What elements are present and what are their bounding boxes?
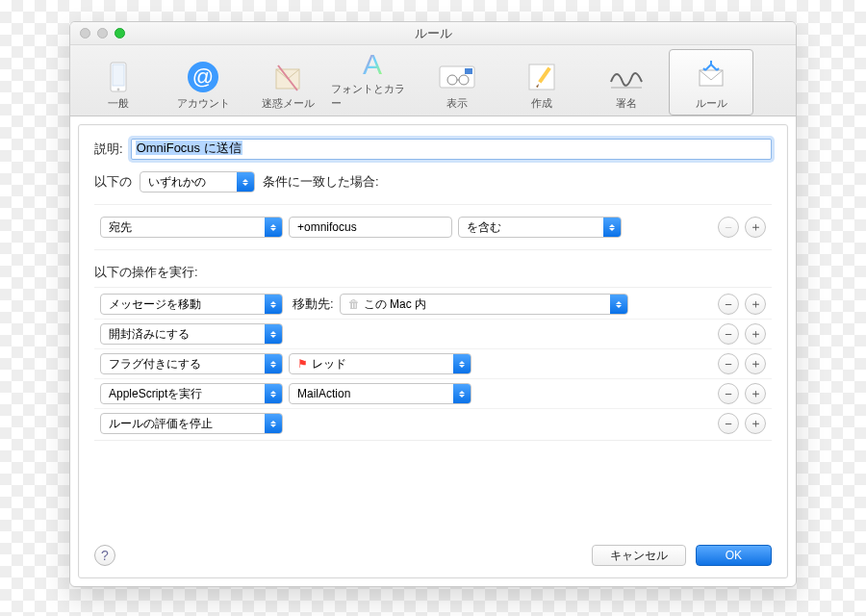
prefs-toolbar: 一般 @ アカウント 迷惑メール A フォントとカラー 表示 作成 署名 ルール [70,45,796,116]
chevron-updown-icon [265,354,282,373]
action-row: 開封済みにする − ＋ [94,319,772,348]
tab-accounts[interactable]: @ アカウント [161,49,245,116]
applescript-popup[interactable]: MailAction [289,383,471,404]
svg-text:@: @ [192,64,214,89]
chevron-updown-icon [265,324,282,344]
tab-label: 一般 [108,96,129,111]
compose-icon [522,58,561,96]
remove-action-button[interactable]: − [718,353,739,374]
preferences-window: ルール 一般 @ アカウント 迷惑メール A フォントとカラー 表示 作成 署 [69,21,797,587]
chevron-updown-icon [265,414,282,433]
chevron-updown-icon [237,172,254,192]
chevron-updown-icon [265,218,282,237]
chevron-updown-icon [603,218,621,237]
chevron-updown-icon [453,384,471,403]
condition-field-popup[interactable]: 宛先 [100,217,283,238]
move-target-popup[interactable]: 🗑この Mac 内 [340,294,628,315]
signature-icon [607,58,646,96]
tab-signatures[interactable]: 署名 [584,49,669,116]
conditions-group: 宛先 +omnifocus を含む − ＋ [94,204,772,250]
svg-point-2 [117,89,120,91]
action-row: ルールの評価を停止 − ＋ [94,408,772,438]
add-action-button[interactable]: ＋ [745,413,766,434]
fonts-icon: A [353,47,392,82]
chevron-updown-icon [610,295,627,314]
help-button[interactable]: ? [94,545,115,566]
cancel-button[interactable]: キャンセル [592,545,686,566]
titlebar: ルール [70,22,796,45]
zoom-window-button[interactable] [115,28,125,38]
match-mode-popup[interactable]: いずれかの [140,171,255,192]
add-condition-button[interactable]: ＋ [745,217,766,238]
tab-label: 表示 [446,96,468,111]
conditions-suffix: 条件に一致した場合: [263,173,379,191]
description-field[interactable]: OmniFocus に送信 [131,139,772,160]
remove-action-button[interactable]: − [718,323,739,345]
flag-color-popup[interactable]: ⚑レッド [289,353,471,374]
condition-value-field[interactable]: +omnifocus [289,217,452,238]
window-title: ルール [70,25,796,42]
tab-label: ルール [696,96,727,111]
ok-button[interactable]: OK [696,545,772,566]
tab-label: フォントとカラー [331,82,414,111]
at-icon: @ [184,58,222,96]
flag-icon: ⚑ [297,357,308,371]
minimize-window-button[interactable] [97,28,108,38]
action-row: フラグ付きにする ⚑レッド − ＋ [94,348,772,378]
rules-icon [692,58,730,96]
add-action-button[interactable]: ＋ [745,323,766,345]
add-action-button[interactable]: ＋ [745,294,766,315]
action-type-popup[interactable]: フラグ付きにする [100,353,283,374]
tab-general[interactable]: 一般 [76,49,161,116]
svg-rect-1 [113,64,124,86]
condition-row: 宛先 +omnifocus を含む − ＋ [94,213,772,242]
tab-fonts[interactable]: A フォントとカラー [330,49,415,116]
add-action-button[interactable]: ＋ [745,353,766,374]
tab-viewing[interactable]: 表示 [415,49,499,116]
tab-rules[interactable]: ルール [669,49,753,116]
action-type-popup[interactable]: 開封済みにする [100,323,283,345]
tab-label: 署名 [616,96,637,111]
rule-editor-sheet: 説明: OmniFocus に送信 以下の いずれかの 条件に一致した場合: 宛… [78,124,788,578]
svg-text:A: A [363,48,382,80]
viewing-icon [438,58,476,96]
chevron-updown-icon [265,295,282,314]
remove-action-button[interactable]: − [718,294,739,315]
window-controls [80,28,125,38]
action-row: AppleScriptを実行 MailAction − ＋ [94,378,772,408]
tab-label: 迷惑メール [262,96,315,111]
chevron-updown-icon [453,354,471,373]
action-type-popup[interactable]: メッセージを移動 [100,294,283,315]
add-action-button[interactable]: ＋ [745,383,766,404]
sheet-footer: ? キャンセル OK [94,545,772,566]
action-row: メッセージを移動 移動先: 🗑この Mac 内 − ＋ [94,290,772,319]
general-icon [99,58,138,96]
remove-action-button[interactable]: − [718,383,739,404]
action-type-popup[interactable]: ルールの評価を停止 [100,413,283,434]
trash-icon: 🗑 [348,297,360,311]
description-label: 説明: [94,141,123,158]
actions-group: メッセージを移動 移動先: 🗑この Mac 内 − ＋ 開封済みにする − ＋ … [94,287,772,441]
condition-op-popup[interactable]: を含む [458,217,622,238]
action-type-popup[interactable]: AppleScriptを実行 [100,383,283,404]
tab-composing[interactable]: 作成 [499,49,584,116]
junk-icon [268,58,307,96]
move-target-label: 移動先: [293,295,334,313]
svg-rect-9 [465,68,472,74]
tab-label: 作成 [531,96,552,111]
actions-header: 以下の操作を実行: [94,264,198,281]
close-window-button[interactable] [80,28,90,38]
conditions-prefix: 以下の [94,173,132,191]
chevron-updown-icon [265,384,282,403]
tab-label: アカウント [177,96,230,111]
tab-junk[interactable]: 迷惑メール [245,49,330,116]
remove-condition-button[interactable]: − [718,217,739,238]
remove-action-button[interactable]: − [718,413,739,434]
